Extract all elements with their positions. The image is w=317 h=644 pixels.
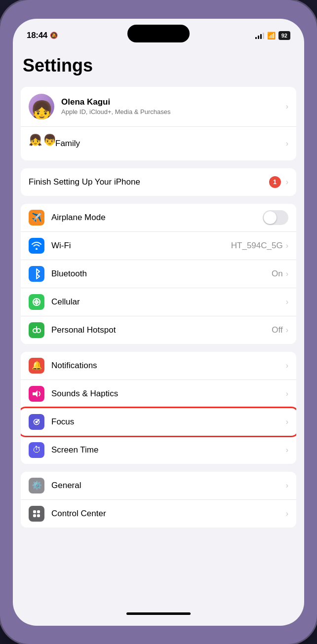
airplane-mode-icon: ✈️: [29, 210, 44, 226]
connectivity-group: ✈️ Airplane Mode Wi-Fi: [21, 204, 296, 344]
svg-rect-8: [33, 514, 36, 517]
focus-label: Focus: [51, 417, 286, 427]
bluetooth-icon: [29, 266, 44, 282]
setup-text: Finish Setting Up Your iPhone: [29, 177, 269, 187]
profile-avatar: 👧: [29, 94, 54, 119]
sounds-icon: [29, 386, 44, 402]
focus-row[interactable]: Focus ›: [21, 408, 296, 436]
phone-screen: 18:44 🔕 📶 92 Settings: [13, 19, 304, 626]
sounds-label: Sounds & Haptics: [51, 389, 286, 399]
hotspot-row[interactable]: Personal Hotspot Off ›: [21, 316, 296, 344]
signal-strength: [255, 32, 264, 39]
airplane-mode-row[interactable]: ✈️ Airplane Mode: [21, 204, 296, 232]
profile-subtitle: Apple ID, iCloud+, Media & Purchases: [61, 108, 286, 115]
bluetooth-row[interactable]: Bluetooth On ›: [21, 260, 296, 288]
battery-indicator: 92: [278, 31, 290, 40]
general-group: ⚙️ General › Control Center: [21, 472, 296, 528]
hotspot-icon: [29, 322, 44, 338]
cellular-icon: [29, 294, 44, 310]
family-avatar: 👧 👦: [29, 134, 48, 153]
screen-time-label: Screen Time: [51, 445, 286, 455]
signal-bar-4: [263, 33, 264, 39]
page-title: Settings: [21, 55, 296, 76]
phone-frame: 18:44 🔕 📶 92 Settings: [0, 0, 317, 644]
sounds-chevron: ›: [286, 389, 288, 398]
general-chevron: ›: [286, 481, 288, 490]
notifications-label: Notifications: [51, 361, 286, 371]
screen-time-icon: ⏱: [29, 442, 44, 458]
hotspot-value: Off: [272, 325, 282, 335]
setup-badge: 1: [269, 176, 281, 188]
focus-icon: [29, 414, 44, 430]
svg-rect-7: [37, 510, 40, 513]
control-center-icon: [29, 506, 44, 522]
wifi-value: HT_594C_5G: [231, 241, 283, 251]
control-center-label: Control Center: [51, 509, 286, 519]
status-time: 18:44: [27, 31, 47, 40]
wifi-icon: 📶: [267, 32, 276, 39]
notifications-chevron: ›: [286, 361, 288, 370]
sounds-row[interactable]: Sounds & Haptics ›: [21, 380, 296, 408]
notifications-group: 🔔 Notifications › Sounds & Haptics ›: [21, 352, 296, 464]
general-icon: ⚙️: [29, 478, 44, 493]
notifications-row[interactable]: 🔔 Notifications ›: [21, 352, 296, 380]
apple-id-row[interactable]: 👧 Olena Kagui Apple ID, iCloud+, Media &…: [21, 87, 296, 127]
cellular-label: Cellular: [51, 297, 286, 307]
profile-name: Olena Kagui: [61, 97, 286, 107]
airplane-mode-toggle[interactable]: [263, 210, 288, 225]
screen-time-row[interactable]: ⏱ Screen Time ›: [21, 436, 296, 464]
control-center-chevron: ›: [286, 509, 288, 518]
dynamic-island: [127, 25, 190, 42]
general-label: General: [51, 481, 286, 491]
svg-rect-4: [33, 392, 35, 395]
family-row[interactable]: 👧 👦 Family ›: [21, 127, 296, 160]
toggle-thumb: [264, 211, 277, 224]
signal-bar-3: [260, 34, 262, 39]
cellular-row[interactable]: Cellular ›: [21, 288, 296, 316]
family-label: Family: [55, 139, 286, 149]
focus-chevron: ›: [286, 417, 288, 426]
hotspot-label: Personal Hotspot: [51, 325, 272, 335]
setup-card[interactable]: Finish Setting Up Your iPhone 1 ›: [21, 168, 296, 196]
svg-rect-9: [37, 514, 40, 517]
profile-info: Olena Kagui Apple ID, iCloud+, Media & P…: [61, 97, 286, 115]
svg-rect-6: [33, 510, 36, 513]
wifi-row[interactable]: Wi-Fi HT_594C_5G ›: [21, 232, 296, 260]
settings-content[interactable]: Settings 👧 Olena Kagui Apple ID, iCloud+…: [13, 45, 304, 626]
screen-time-chevron: ›: [286, 446, 288, 455]
control-center-row[interactable]: Control Center ›: [21, 500, 296, 528]
general-row[interactable]: ⚙️ General ›: [21, 472, 296, 500]
profile-chevron: ›: [286, 102, 288, 111]
notifications-icon: 🔔: [29, 358, 44, 374]
wifi-chevron: ›: [286, 241, 288, 250]
bluetooth-value: On: [272, 269, 283, 279]
setup-chevron: ›: [286, 178, 288, 187]
bluetooth-label: Bluetooth: [51, 269, 272, 279]
signal-bar-1: [255, 37, 257, 39]
airplane-mode-label: Airplane Mode: [51, 213, 263, 223]
wifi-label: Wi-Fi: [51, 241, 231, 251]
cellular-chevron: ›: [286, 298, 288, 306]
status-right: 📶 92: [255, 31, 290, 40]
family-chevron: ›: [286, 139, 288, 148]
home-indicator: [126, 612, 191, 615]
wifi-icon-setting: [29, 238, 44, 254]
hotspot-chevron: ›: [286, 326, 288, 335]
bluetooth-chevron: ›: [286, 269, 288, 278]
profile-card: 👧 Olena Kagui Apple ID, iCloud+, Media &…: [21, 87, 296, 160]
svg-point-5: [36, 420, 38, 423]
signal-bar-2: [258, 36, 259, 39]
mute-icon: 🔕: [50, 32, 58, 39]
